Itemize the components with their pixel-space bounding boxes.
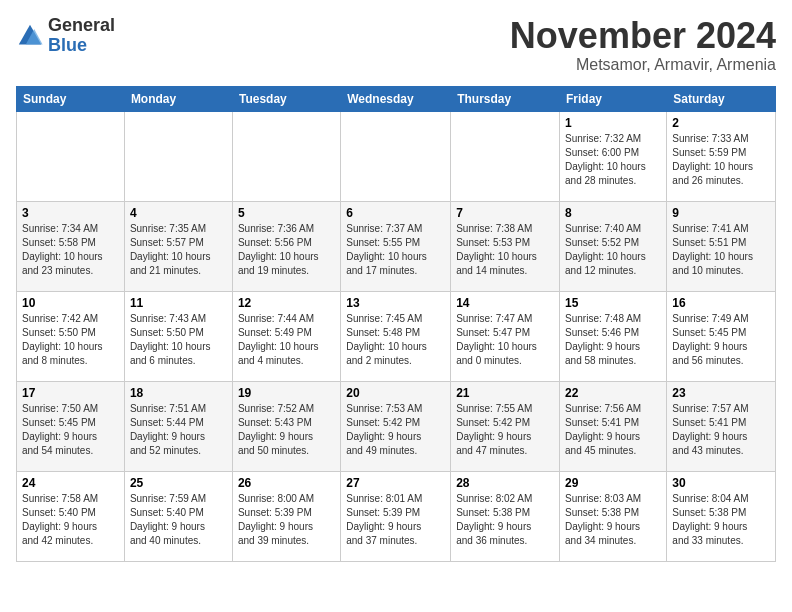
calendar-cell: 19Sunrise: 7:52 AM Sunset: 5:43 PM Dayli… (232, 381, 340, 471)
weekday-header-tuesday: Tuesday (232, 86, 340, 111)
day-number: 29 (565, 476, 661, 490)
calendar-cell: 10Sunrise: 7:42 AM Sunset: 5:50 PM Dayli… (17, 291, 125, 381)
calendar-cell: 4Sunrise: 7:35 AM Sunset: 5:57 PM Daylig… (124, 201, 232, 291)
day-info: Sunrise: 7:37 AM Sunset: 5:55 PM Dayligh… (346, 222, 445, 278)
day-info: Sunrise: 7:42 AM Sunset: 5:50 PM Dayligh… (22, 312, 119, 368)
logo: General Blue (16, 16, 115, 56)
calendar-week-4: 17Sunrise: 7:50 AM Sunset: 5:45 PM Dayli… (17, 381, 776, 471)
day-info: Sunrise: 7:45 AM Sunset: 5:48 PM Dayligh… (346, 312, 445, 368)
day-number: 30 (672, 476, 770, 490)
calendar-body: 1Sunrise: 7:32 AM Sunset: 6:00 PM Daylig… (17, 111, 776, 561)
logo-blue-text: Blue (48, 35, 87, 55)
day-info: Sunrise: 8:00 AM Sunset: 5:39 PM Dayligh… (238, 492, 335, 548)
day-info: Sunrise: 7:58 AM Sunset: 5:40 PM Dayligh… (22, 492, 119, 548)
day-info: Sunrise: 7:40 AM Sunset: 5:52 PM Dayligh… (565, 222, 661, 278)
day-info: Sunrise: 7:33 AM Sunset: 5:59 PM Dayligh… (672, 132, 770, 188)
day-number: 21 (456, 386, 554, 400)
day-info: Sunrise: 8:02 AM Sunset: 5:38 PM Dayligh… (456, 492, 554, 548)
calendar-cell: 7Sunrise: 7:38 AM Sunset: 5:53 PM Daylig… (451, 201, 560, 291)
day-number: 8 (565, 206, 661, 220)
calendar-cell: 20Sunrise: 7:53 AM Sunset: 5:42 PM Dayli… (341, 381, 451, 471)
day-number: 24 (22, 476, 119, 490)
calendar-cell: 29Sunrise: 8:03 AM Sunset: 5:38 PM Dayli… (560, 471, 667, 561)
day-number: 22 (565, 386, 661, 400)
day-info: Sunrise: 7:36 AM Sunset: 5:56 PM Dayligh… (238, 222, 335, 278)
day-info: Sunrise: 7:38 AM Sunset: 5:53 PM Dayligh… (456, 222, 554, 278)
day-number: 12 (238, 296, 335, 310)
day-number: 14 (456, 296, 554, 310)
day-info: Sunrise: 7:59 AM Sunset: 5:40 PM Dayligh… (130, 492, 227, 548)
calendar-cell: 8Sunrise: 7:40 AM Sunset: 5:52 PM Daylig… (560, 201, 667, 291)
calendar-cell: 21Sunrise: 7:55 AM Sunset: 5:42 PM Dayli… (451, 381, 560, 471)
calendar-week-5: 24Sunrise: 7:58 AM Sunset: 5:40 PM Dayli… (17, 471, 776, 561)
calendar-cell: 30Sunrise: 8:04 AM Sunset: 5:38 PM Dayli… (667, 471, 776, 561)
weekday-header-saturday: Saturday (667, 86, 776, 111)
day-number: 3 (22, 206, 119, 220)
calendar-cell: 11Sunrise: 7:43 AM Sunset: 5:50 PM Dayli… (124, 291, 232, 381)
calendar-table: SundayMondayTuesdayWednesdayThursdayFrid… (16, 86, 776, 562)
day-info: Sunrise: 7:57 AM Sunset: 5:41 PM Dayligh… (672, 402, 770, 458)
day-info: Sunrise: 7:47 AM Sunset: 5:47 PM Dayligh… (456, 312, 554, 368)
calendar-cell: 3Sunrise: 7:34 AM Sunset: 5:58 PM Daylig… (17, 201, 125, 291)
location-title: Metsamor, Armavir, Armenia (510, 56, 776, 74)
title-area: November 2024 Metsamor, Armavir, Armenia (510, 16, 776, 74)
day-info: Sunrise: 8:01 AM Sunset: 5:39 PM Dayligh… (346, 492, 445, 548)
day-info: Sunrise: 7:52 AM Sunset: 5:43 PM Dayligh… (238, 402, 335, 458)
calendar-cell: 2Sunrise: 7:33 AM Sunset: 5:59 PM Daylig… (667, 111, 776, 201)
calendar-cell: 23Sunrise: 7:57 AM Sunset: 5:41 PM Dayli… (667, 381, 776, 471)
day-info: Sunrise: 7:50 AM Sunset: 5:45 PM Dayligh… (22, 402, 119, 458)
day-number: 1 (565, 116, 661, 130)
calendar-cell: 13Sunrise: 7:45 AM Sunset: 5:48 PM Dayli… (341, 291, 451, 381)
day-info: Sunrise: 7:32 AM Sunset: 6:00 PM Dayligh… (565, 132, 661, 188)
weekday-header-wednesday: Wednesday (341, 86, 451, 111)
calendar-cell (451, 111, 560, 201)
calendar-week-2: 3Sunrise: 7:34 AM Sunset: 5:58 PM Daylig… (17, 201, 776, 291)
calendar-cell: 12Sunrise: 7:44 AM Sunset: 5:49 PM Dayli… (232, 291, 340, 381)
day-number: 2 (672, 116, 770, 130)
day-number: 18 (130, 386, 227, 400)
logo-general-text: General (48, 15, 115, 35)
day-info: Sunrise: 7:41 AM Sunset: 5:51 PM Dayligh… (672, 222, 770, 278)
day-info: Sunrise: 7:35 AM Sunset: 5:57 PM Dayligh… (130, 222, 227, 278)
calendar-cell (232, 111, 340, 201)
day-info: Sunrise: 7:53 AM Sunset: 5:42 PM Dayligh… (346, 402, 445, 458)
day-info: Sunrise: 7:34 AM Sunset: 5:58 PM Dayligh… (22, 222, 119, 278)
day-number: 17 (22, 386, 119, 400)
calendar-cell: 5Sunrise: 7:36 AM Sunset: 5:56 PM Daylig… (232, 201, 340, 291)
day-info: Sunrise: 7:48 AM Sunset: 5:46 PM Dayligh… (565, 312, 661, 368)
calendar-cell (17, 111, 125, 201)
calendar-week-3: 10Sunrise: 7:42 AM Sunset: 5:50 PM Dayli… (17, 291, 776, 381)
calendar-cell: 6Sunrise: 7:37 AM Sunset: 5:55 PM Daylig… (341, 201, 451, 291)
day-number: 20 (346, 386, 445, 400)
day-number: 4 (130, 206, 227, 220)
logo-text: General Blue (48, 16, 115, 56)
day-number: 28 (456, 476, 554, 490)
day-info: Sunrise: 8:04 AM Sunset: 5:38 PM Dayligh… (672, 492, 770, 548)
day-number: 9 (672, 206, 770, 220)
calendar-cell: 26Sunrise: 8:00 AM Sunset: 5:39 PM Dayli… (232, 471, 340, 561)
calendar-cell: 15Sunrise: 7:48 AM Sunset: 5:46 PM Dayli… (560, 291, 667, 381)
day-number: 27 (346, 476, 445, 490)
day-info: Sunrise: 7:56 AM Sunset: 5:41 PM Dayligh… (565, 402, 661, 458)
calendar-cell: 16Sunrise: 7:49 AM Sunset: 5:45 PM Dayli… (667, 291, 776, 381)
calendar-cell: 18Sunrise: 7:51 AM Sunset: 5:44 PM Dayli… (124, 381, 232, 471)
calendar-cell (341, 111, 451, 201)
day-number: 13 (346, 296, 445, 310)
calendar-header-row: SundayMondayTuesdayWednesdayThursdayFrid… (17, 86, 776, 111)
day-number: 7 (456, 206, 554, 220)
day-info: Sunrise: 8:03 AM Sunset: 5:38 PM Dayligh… (565, 492, 661, 548)
calendar-cell: 24Sunrise: 7:58 AM Sunset: 5:40 PM Dayli… (17, 471, 125, 561)
day-number: 19 (238, 386, 335, 400)
day-info: Sunrise: 7:44 AM Sunset: 5:49 PM Dayligh… (238, 312, 335, 368)
weekday-header-sunday: Sunday (17, 86, 125, 111)
day-number: 6 (346, 206, 445, 220)
day-info: Sunrise: 7:43 AM Sunset: 5:50 PM Dayligh… (130, 312, 227, 368)
calendar-cell: 17Sunrise: 7:50 AM Sunset: 5:45 PM Dayli… (17, 381, 125, 471)
calendar-cell: 27Sunrise: 8:01 AM Sunset: 5:39 PM Dayli… (341, 471, 451, 561)
day-number: 11 (130, 296, 227, 310)
calendar-cell (124, 111, 232, 201)
weekday-header-monday: Monday (124, 86, 232, 111)
calendar-cell: 28Sunrise: 8:02 AM Sunset: 5:38 PM Dayli… (451, 471, 560, 561)
day-info: Sunrise: 7:55 AM Sunset: 5:42 PM Dayligh… (456, 402, 554, 458)
calendar-cell: 22Sunrise: 7:56 AM Sunset: 5:41 PM Dayli… (560, 381, 667, 471)
